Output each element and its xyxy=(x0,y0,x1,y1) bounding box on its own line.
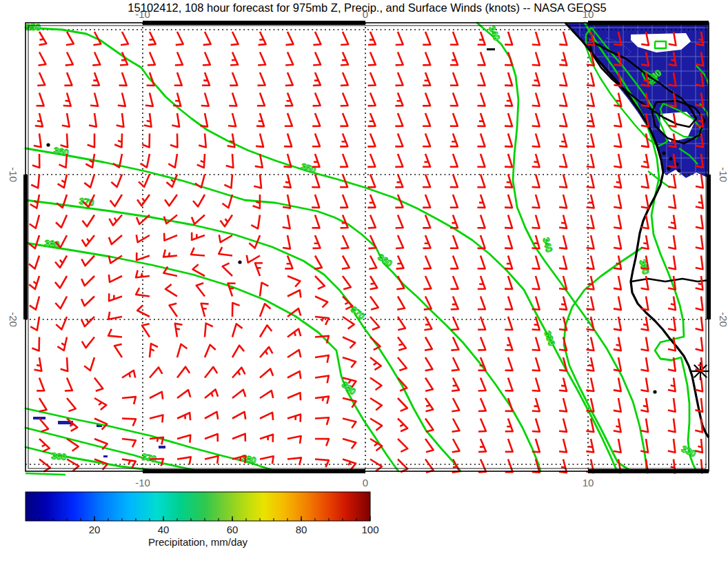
wind-barb xyxy=(94,378,103,391)
wind-barb xyxy=(287,276,301,287)
wind-barb xyxy=(559,195,567,208)
colorbar-tick-label: 20 xyxy=(89,524,101,535)
wind-barb xyxy=(640,357,648,371)
wind-barb xyxy=(532,419,540,432)
wind-barb xyxy=(61,357,68,371)
wind-barb xyxy=(369,256,376,269)
wind-barb xyxy=(450,256,458,269)
wind-barb xyxy=(668,256,676,270)
wind-barb xyxy=(532,398,540,411)
wind-barb xyxy=(532,276,540,289)
wind-barb xyxy=(370,297,378,310)
wind-barb xyxy=(423,93,430,106)
wind-barb xyxy=(614,276,621,290)
wind-barb xyxy=(260,456,274,464)
island-dot xyxy=(677,168,680,172)
lon-tick-label-bottom: 0 xyxy=(363,477,368,488)
wind-barb xyxy=(341,93,348,106)
wind-barb xyxy=(313,93,321,106)
wind-barb xyxy=(478,378,486,391)
contour-label: 370 xyxy=(141,451,157,464)
wind-barb xyxy=(148,32,156,45)
wind-barb xyxy=(505,154,512,167)
wind-barb xyxy=(614,175,621,188)
island-dot xyxy=(669,157,672,160)
height-contour-layer: 3503503603603703703803803403403303303803… xyxy=(26,22,709,475)
wind-barb xyxy=(150,415,163,423)
wind-barb xyxy=(205,345,216,357)
wind-barb xyxy=(315,317,329,325)
wind-barb xyxy=(587,113,594,126)
wind-barb xyxy=(695,419,702,433)
frame-bar-left xyxy=(23,175,28,319)
wind-barb xyxy=(450,134,458,147)
wind-barb xyxy=(315,439,329,446)
wind-barb xyxy=(450,32,458,45)
wind-barb xyxy=(315,355,329,363)
contour-label: 330 xyxy=(680,444,698,460)
wind-barb xyxy=(696,175,703,188)
wind-barb xyxy=(423,235,431,248)
wind-barb xyxy=(368,93,376,106)
wind-barb xyxy=(175,52,183,66)
wind-barb xyxy=(229,93,236,106)
wind-barb xyxy=(532,52,540,66)
wind-barb xyxy=(223,195,233,208)
wind-barb xyxy=(559,317,567,330)
wind-barb xyxy=(150,344,158,357)
wind-barb xyxy=(122,397,136,404)
wind-barb xyxy=(423,195,430,208)
wind-barb xyxy=(247,255,260,263)
contour-label: 360 xyxy=(51,451,67,462)
wind-barb xyxy=(232,346,244,357)
wind-barb xyxy=(450,235,458,248)
contour-label: 350 xyxy=(26,22,41,32)
wind-barb xyxy=(451,276,458,289)
wind-barb xyxy=(199,134,206,148)
wind-barb xyxy=(109,235,122,244)
wind-barb xyxy=(696,337,703,351)
wind-barb xyxy=(340,154,347,167)
wind-barb xyxy=(315,397,329,404)
wind-barb xyxy=(122,419,136,426)
wind-barb xyxy=(559,439,567,452)
wind-barb xyxy=(641,195,649,208)
wind-barb xyxy=(370,378,382,391)
wind-barb xyxy=(226,154,234,168)
wind-barb xyxy=(29,235,39,248)
colorbar-tick-label: 40 xyxy=(158,524,170,535)
contour-label: 380 xyxy=(241,453,257,466)
wind-barb xyxy=(192,233,205,240)
wind-barb xyxy=(614,378,621,392)
wind-barb xyxy=(205,389,218,398)
wind-barb xyxy=(614,215,621,229)
wind-barb xyxy=(164,233,177,241)
wind-barb xyxy=(559,175,567,188)
wind-barb xyxy=(193,195,205,206)
wind-barb xyxy=(259,32,266,45)
wind-barb xyxy=(668,439,676,453)
island-dash xyxy=(487,48,495,50)
contour-squiggle xyxy=(26,473,65,475)
wind-barb xyxy=(343,337,355,348)
wind-barb xyxy=(368,72,376,86)
wind-barb xyxy=(108,329,122,337)
wind-barb xyxy=(532,215,540,228)
wind-barb xyxy=(287,371,301,379)
frame-inner xyxy=(28,26,706,468)
wind-barb xyxy=(425,460,434,473)
wind-barb xyxy=(172,113,179,127)
wind-barb xyxy=(478,32,485,45)
wind-barb xyxy=(532,93,540,106)
wind-barb xyxy=(315,417,329,425)
wind-barb xyxy=(425,378,433,391)
wind-barb xyxy=(395,93,403,106)
contour-line-350 xyxy=(26,28,617,471)
wind-barb xyxy=(696,195,703,208)
wind-barb xyxy=(94,398,106,410)
weather-map-page: 15102412, 108 hour forecast for 975mb Z,… xyxy=(0,0,728,563)
wind-barb xyxy=(505,113,512,126)
colorbar-caption: Precipitation, mm/day xyxy=(148,536,248,548)
wind-barb xyxy=(85,154,94,168)
wind-barb xyxy=(84,175,94,188)
